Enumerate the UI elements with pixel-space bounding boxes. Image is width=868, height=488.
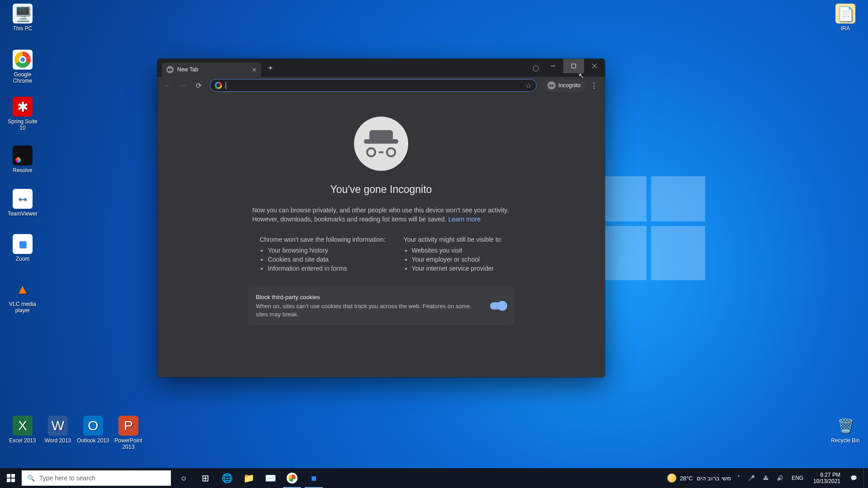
taskbar-clock[interactable]: 6:27 PM 10/13/2021 (810, 472, 844, 485)
address-input[interactable] (230, 82, 522, 89)
vlc-icon: ▲ (13, 279, 33, 299)
svg-rect-4 (7, 474, 10, 478)
back-button[interactable]: ← (161, 79, 175, 92)
incognito-indicator[interactable]: 🕶 Incognito (543, 79, 585, 92)
svg-rect-6 (7, 479, 10, 482)
omnibox[interactable]: ☆ (210, 79, 537, 92)
cortana-button[interactable]: ○ (173, 468, 194, 488)
desktop[interactable]: 🖥️ This PC Google Chrome ✱ Spring Suite … (0, 0, 868, 488)
teamviewer-icon: ↔ (13, 189, 33, 209)
google-icon (215, 82, 222, 89)
desktop-icon-label: VLC media player (5, 301, 40, 314)
desktop-icon-label: Spring Suite 10 (5, 118, 40, 131)
list-item: Information entered in forms (268, 265, 385, 272)
incognito-heading: You've gone Incognito (330, 183, 432, 196)
tray-overflow-button[interactable]: ˄ (736, 475, 742, 481)
action-center-button[interactable]: 💬 (849, 475, 859, 481)
taskbar-app-mail[interactable]: ✉️ (259, 468, 281, 488)
desktop-icon-label: Zoom (5, 256, 40, 262)
desktop-icon-teamviewer[interactable]: ↔ TeamViewer (5, 189, 40, 217)
desktop-icon-spring-suite[interactable]: ✱ Spring Suite 10 (5, 97, 40, 131)
new-tab-button[interactable]: ＋ (261, 63, 279, 73)
desktop-icon-chrome[interactable]: Google Chrome (5, 50, 40, 84)
taskbar-search[interactable]: 🔍 Type here to search (22, 470, 171, 486)
column-heading: Chrome won't save the following informat… (259, 236, 385, 243)
incognito-icon: 🕶 (547, 81, 556, 89)
chrome-menu-button[interactable]: ⋮ (587, 81, 601, 90)
task-view-button[interactable]: ⊞ (194, 468, 216, 488)
cookies-title: Block third-party cookies (256, 294, 482, 300)
incognito-intro: Now you can browse privately, and other … (252, 206, 510, 224)
tray-network-icon[interactable]: 🖧 (761, 475, 770, 481)
start-button[interactable] (0, 468, 22, 488)
desktop-icon-label: TeamViewer (5, 211, 40, 217)
desktop-icon-outlook[interactable]: O Outlook 2013 (76, 416, 110, 444)
minimize-button[interactable] (542, 59, 563, 73)
chrome-icon (13, 50, 33, 70)
taskbar-weather[interactable]: 28°C משי ברוב הים (667, 474, 731, 483)
desktop-icon-excel[interactable]: X Excel 2013 (5, 416, 40, 444)
desktop-icon-recycle-bin[interactable]: 🗑️ Recycle Bin (828, 416, 863, 444)
text-cursor (226, 82, 226, 89)
tray-volume-icon[interactable]: 🔊 (775, 475, 785, 481)
desktop-icon-label: PowerPoint 2013 (111, 437, 146, 450)
desktop-icon-powerpoint[interactable]: P PowerPoint 2013 (111, 416, 146, 450)
block-cookies-toggle[interactable] (490, 302, 506, 310)
clock-time: 6:27 PM (813, 472, 840, 478)
search-placeholder: Type here to search (39, 474, 95, 482)
svg-rect-1 (572, 64, 576, 68)
taskbar-app-chrome[interactable] (281, 468, 303, 488)
taskbar-app-edge[interactable]: 🌐 (216, 468, 238, 488)
svg-rect-5 (11, 474, 15, 478)
window-controls (542, 59, 605, 73)
maximize-button[interactable] (563, 59, 584, 73)
block-cookies-card: Block third-party cookies When on, sites… (248, 287, 514, 325)
spring-suite-icon: ✱ (13, 97, 33, 117)
desktop-icon-zoom[interactable]: ■ Zoom (5, 234, 40, 262)
taskbar-app-explorer[interactable]: 📁 (238, 468, 259, 488)
zoom-icon: ■ (13, 234, 33, 254)
desktop-icon-resolve[interactable]: Resolve (5, 145, 40, 174)
tab-title: New Tab (177, 66, 248, 73)
desktop-icon-label: Excel 2013 (5, 437, 40, 444)
language-indicator[interactable]: ENG (790, 475, 805, 481)
desktop-icon-label: Resolve (5, 167, 40, 174)
desktop-icon-label: Recycle Bin (828, 437, 863, 444)
tray-microphone-icon[interactable]: 🎤 (746, 475, 757, 481)
this-pc-icon: 🖥️ (13, 4, 33, 23)
taskbar-app-zoom[interactable]: ■ (303, 468, 325, 488)
incognito-hero-icon (354, 117, 408, 171)
excel-icon: X (13, 416, 33, 436)
show-desktop-button[interactable] (863, 468, 866, 488)
resolve-icon (13, 145, 33, 165)
clock-date: 10/13/2021 (813, 478, 840, 484)
chrome-window[interactable]: 🕶 New Tab ✕ ＋ ◯ ← → ⟳ (157, 59, 605, 377)
tab-search-button[interactable]: ◯ (529, 61, 542, 75)
site-info-button[interactable] (215, 82, 222, 89)
reload-button[interactable]: ⟳ (192, 79, 205, 92)
close-tab-button[interactable]: ✕ (252, 66, 257, 73)
desktop-icon-ira[interactable]: 📄 IRA (828, 4, 863, 32)
learn-more-link[interactable]: Learn more (448, 216, 481, 223)
desktop-icon-word[interactable]: W Word 2013 (41, 416, 75, 444)
note-icon: 📄 (835, 4, 855, 23)
list-item: Your internet service provider (412, 265, 503, 272)
page-content: You've gone Incognito Now you can browse… (157, 94, 605, 377)
bookmark-button[interactable]: ☆ (525, 81, 532, 90)
forward-button[interactable]: → (176, 79, 190, 92)
chrome-titlebar[interactable]: 🕶 New Tab ✕ ＋ ◯ (157, 59, 605, 77)
desktop-icon-vlc[interactable]: ▲ VLC media player (5, 279, 40, 314)
close-window-button[interactable] (584, 59, 605, 73)
desktop-icon-label: Outlook 2013 (76, 437, 110, 444)
browser-tab[interactable]: 🕶 New Tab ✕ (162, 62, 261, 77)
info-columns: Chrome won't save the following informat… (259, 236, 502, 274)
list-item: Your employer or school (412, 256, 503, 263)
desktop-icon-label: Word 2013 (41, 437, 75, 444)
svg-rect-7 (11, 479, 15, 482)
word-icon: W (48, 416, 68, 436)
taskbar[interactable]: 🔍 Type here to search ○ ⊞ 🌐 📁 ✉️ ■ 28°C … (0, 468, 868, 488)
desktop-icon-label: Google Chrome (5, 71, 40, 84)
weather-temp: 28°C (680, 475, 693, 482)
desktop-icon-this-pc[interactable]: 🖥️ This PC (5, 4, 40, 32)
desktop-icon-label: IRA (828, 25, 863, 32)
